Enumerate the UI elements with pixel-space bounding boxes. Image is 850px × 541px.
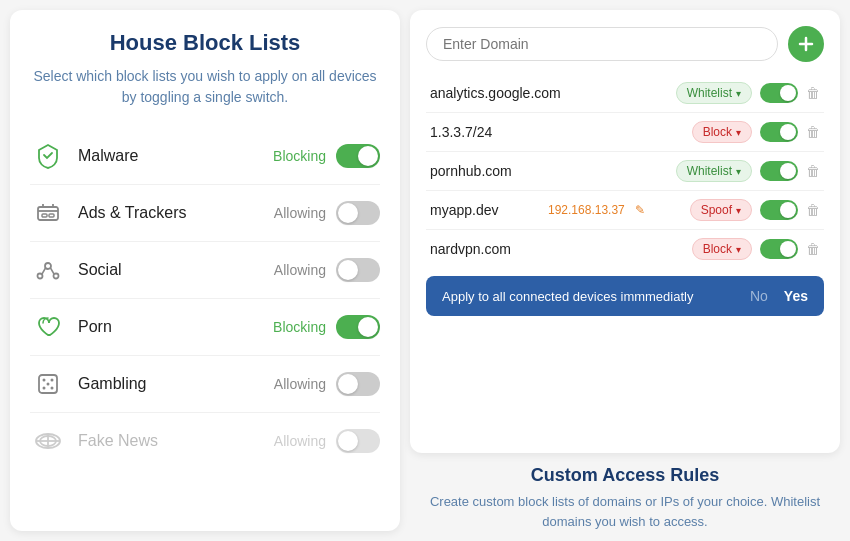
tag-d1[interactable]: Whitelist ▾ [676,82,752,104]
block-lists-panel: House Block Lists Select which block lis… [10,10,400,531]
domain-name-d3: pornhub.com [430,163,540,179]
social-icon [30,252,66,288]
tag-d5[interactable]: Block ▾ [692,238,752,260]
list-item-malware: MalwareBlocking✓ [30,128,380,185]
domain-ip-d4: 192.168.13.37 [548,203,625,217]
item-name-malware: Malware [78,147,273,165]
panel-title: House Block Lists [30,30,380,56]
svg-point-16 [47,383,50,386]
item-status-porn: Blocking [273,319,326,335]
row-toggle-d1[interactable] [760,83,798,103]
item-status-social: Allowing [274,262,326,278]
item-status-fake-news: Allowing [274,433,326,449]
delete-button-d3[interactable]: 🗑 [806,163,820,179]
svg-line-9 [42,268,46,274]
custom-rules-box: analytics.google.comWhitelist ▾🗑1.3.3.7/… [410,10,840,453]
item-name-ads-trackers: Ads & Trackers [78,204,274,222]
svg-rect-5 [49,214,54,217]
list-item-ads-trackers: Ads & TrackersAllowing [30,185,380,242]
row-toggle-d5[interactable] [760,239,798,259]
svg-line-10 [51,268,55,274]
edit-icon[interactable]: ✎ [635,203,645,217]
apply-message: Apply to all connected devices immmediat… [442,289,750,304]
domain-name-d2: 1.3.3.7/24 [430,124,540,140]
toggle-fake-news [336,429,380,453]
apply-yes-button[interactable]: Yes [784,288,808,304]
panel-subtitle: Select which block lists you wish to app… [30,66,380,108]
tag-d4[interactable]: Spoof ▾ [690,199,752,221]
toggle-porn[interactable]: ✓ [336,315,380,339]
add-domain-button[interactable] [788,26,824,62]
tag-chevron-d4: ▾ [736,205,741,216]
domain-row-d5: nardvpn.comBlock ▾🗑 [426,230,824,268]
svg-rect-0 [38,207,58,220]
domain-row-d2: 1.3.3.7/24Block ▾🗑 [426,113,824,152]
delete-button-d4[interactable]: 🗑 [806,202,820,218]
item-name-gambling: Gambling [78,375,274,393]
toggle-ads-trackers[interactable] [336,201,380,225]
delete-button-d1[interactable]: 🗑 [806,85,820,101]
item-status-gambling: Allowing [274,376,326,392]
tag-chevron-d1: ▾ [736,88,741,99]
domain-rows: analytics.google.comWhitelist ▾🗑1.3.3.7/… [426,74,824,268]
custom-rules-panel: analytics.google.comWhitelist ▾🗑1.3.3.7/… [410,10,840,531]
svg-point-12 [43,379,46,382]
block-list-items: MalwareBlocking✓ Ads & TrackersAllowing … [30,128,380,469]
delete-button-d5[interactable]: 🗑 [806,241,820,257]
svg-rect-4 [42,214,47,217]
row-toggle-d3[interactable] [760,161,798,181]
domain-name-d4: myapp.dev [430,202,540,218]
item-status-malware: Blocking [273,148,326,164]
svg-point-14 [43,387,46,390]
svg-point-13 [51,379,54,382]
apply-bar: Apply to all connected devices immmediat… [426,276,824,316]
svg-point-15 [51,387,54,390]
delete-button-d2[interactable]: 🗑 [806,124,820,140]
custom-access-section: Custom Access Rules Create custom block … [410,465,840,531]
toggle-gambling[interactable] [336,372,380,396]
domain-input-row [426,26,824,62]
item-name-social: Social [78,261,274,279]
domain-row-d4: myapp.dev192.168.13.37✎Spoof ▾🗑 [426,191,824,230]
custom-access-description: Create custom block lists of domains or … [410,492,840,531]
tag-chevron-d2: ▾ [736,127,741,138]
toggle-malware[interactable]: ✓ [336,144,380,168]
row-toggle-d4[interactable] [760,200,798,220]
svg-point-6 [45,263,51,269]
toggle-social[interactable] [336,258,380,282]
malware-icon [30,138,66,174]
row-toggle-d2[interactable] [760,122,798,142]
fakenews-icon [30,423,66,459]
list-item-gambling: GamblingAllowing [30,356,380,413]
gambling-icon [30,366,66,402]
domain-name-d5: nardvpn.com [430,241,540,257]
tag-chevron-d3: ▾ [736,166,741,177]
item-name-fake-news: Fake News [78,432,274,450]
apply-no-button[interactable]: No [750,288,768,304]
porn-icon [30,309,66,345]
domain-name-d1: analytics.google.com [430,85,561,101]
item-name-porn: Porn [78,318,273,336]
domain-row-d3: pornhub.comWhitelist ▾🗑 [426,152,824,191]
item-status-ads-trackers: Allowing [274,205,326,221]
svg-point-8 [54,274,59,279]
custom-access-title: Custom Access Rules [410,465,840,486]
list-item-fake-news: Fake NewsAllowing [30,413,380,469]
tag-chevron-d5: ▾ [736,244,741,255]
svg-point-7 [38,274,43,279]
list-item-porn: PornBlocking✓ [30,299,380,356]
tag-d2[interactable]: Block ▾ [692,121,752,143]
domain-row-d1: analytics.google.comWhitelist ▾🗑 [426,74,824,113]
tag-d3[interactable]: Whitelist ▾ [676,160,752,182]
domain-input[interactable] [426,27,778,61]
list-item-social: SocialAllowing [30,242,380,299]
ads-icon [30,195,66,231]
